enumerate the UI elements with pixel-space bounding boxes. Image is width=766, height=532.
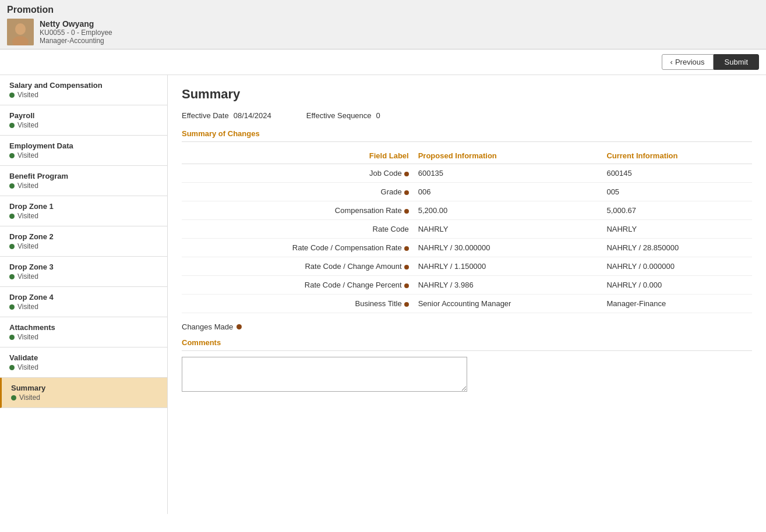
- sidebar-status: Visited: [9, 333, 158, 341]
- sidebar-item-employment[interactable]: Employment Data Visited: [0, 136, 167, 166]
- previous-button[interactable]: ‹ Previous: [662, 54, 714, 70]
- effective-date-value: 08/14/2024: [234, 111, 271, 120]
- sidebar-item-benefit[interactable]: Benefit Program Visited: [0, 166, 167, 196]
- status-dot: [9, 183, 15, 189]
- field-dot: [404, 302, 409, 307]
- field-dot: [404, 209, 409, 214]
- status-dot: [9, 365, 15, 370]
- sidebar-status: Visited: [9, 242, 158, 250]
- col-current: Current Information: [602, 148, 752, 164]
- proposed-cell: NAHRLY / 1.150000: [414, 257, 602, 276]
- changes-made-label: Changes Made: [182, 322, 233, 331]
- table-row: Business Title Senior Accounting Manager…: [182, 295, 752, 313]
- field-label-cell: Rate Code: [182, 220, 414, 239]
- current-cell: NAHRLY / 0.000: [602, 276, 752, 295]
- table-row: Grade 006 005: [182, 183, 752, 201]
- sidebar-item-summary[interactable]: Summary Visited: [0, 378, 167, 408]
- current-cell: Manager-Finance: [602, 295, 752, 313]
- current-cell: 005: [602, 183, 752, 201]
- status-text: Visited: [17, 333, 38, 341]
- table-row: Rate Code / Change Percent NAHRLY / 3.98…: [182, 276, 752, 295]
- status-text: Visited: [17, 121, 38, 129]
- content-wrapper: Summary Effective Date 08/14/2024 Effect…: [168, 75, 766, 514]
- sidebar-item-attachments[interactable]: Attachments Visited: [0, 317, 167, 347]
- status-text: Visited: [19, 393, 40, 402]
- field-dot: [404, 265, 409, 269]
- status-dot: [9, 153, 15, 158]
- status-dot: [11, 395, 16, 400]
- comments-section: Comments: [182, 338, 752, 393]
- table-row: Rate Code NAHRLY NAHRLY: [182, 220, 752, 239]
- proposed-cell: 5,200.00: [414, 201, 602, 220]
- chevron-left-icon: ‹: [670, 58, 673, 66]
- sidebar-label: Drop Zone 3: [9, 263, 158, 271]
- page-title: Promotion: [7, 5, 759, 15]
- svg-point-1: [15, 23, 26, 35]
- sidebar: Salary and Compensation Visited Payroll …: [0, 75, 168, 514]
- action-bar: ‹ Previous Submit: [0, 49, 766, 75]
- field-dot: [404, 246, 409, 251]
- field-dot: [404, 283, 409, 288]
- table-row: Rate Code / Compensation Rate NAHRLY / 3…: [182, 239, 752, 257]
- effective-sequence-value: 0: [376, 111, 380, 120]
- changes-table: Field Label Proposed Information Current…: [182, 148, 752, 313]
- col-field-label: Field Label: [182, 148, 414, 164]
- current-cell: NAHRLY / 28.850000: [602, 239, 752, 257]
- sidebar-item-payroll[interactable]: Payroll Visited: [0, 105, 167, 136]
- field-label-cell: Business Title: [182, 295, 414, 313]
- status-text: Visited: [17, 363, 38, 371]
- summary-of-changes-title: Summary of Changes: [182, 129, 752, 142]
- field-label-cell: Job Code: [182, 164, 414, 183]
- table-row: Compensation Rate 5,200.00 5,000.67: [182, 201, 752, 220]
- button-group: ‹ Previous Submit: [662, 54, 759, 70]
- table-row: Rate Code / Change Amount NAHRLY / 1.150…: [182, 257, 752, 276]
- content-title: Summary: [182, 87, 752, 102]
- sidebar-status: Visited: [9, 91, 158, 99]
- status-dot: [9, 244, 15, 249]
- current-cell: 5,000.67: [602, 201, 752, 220]
- main-layout: Salary and Compensation Visited Payroll …: [0, 75, 766, 514]
- submit-button[interactable]: Submit: [714, 54, 759, 70]
- field-label-cell: Rate Code / Change Percent: [182, 276, 414, 295]
- sidebar-item-salary[interactable]: Salary and Compensation Visited: [0, 75, 167, 105]
- sidebar-item-validate[interactable]: Validate Visited: [0, 347, 167, 378]
- sidebar-item-dropzone1[interactable]: Drop Zone 1 Visited: [0, 196, 167, 226]
- sidebar-status: Visited: [9, 212, 158, 220]
- status-text: Visited: [17, 212, 38, 220]
- status-dot: [9, 123, 15, 128]
- sidebar-label: Payroll: [9, 111, 158, 120]
- sidebar-label: Salary and Compensation: [9, 81, 158, 90]
- status-dot: [9, 274, 15, 279]
- status-dot: [9, 93, 15, 98]
- content-area: Summary Effective Date 08/14/2024 Effect…: [168, 75, 766, 405]
- changes-made-row: Changes Made: [182, 322, 752, 331]
- changes-made-dot: [236, 324, 242, 329]
- current-cell: 600145: [602, 164, 752, 183]
- field-label-cell: Grade: [182, 183, 414, 201]
- sidebar-item-dropzone2[interactable]: Drop Zone 2 Visited: [0, 226, 167, 257]
- sidebar-item-dropzone3[interactable]: Drop Zone 3 Visited: [0, 257, 167, 287]
- status-dot: [9, 214, 15, 219]
- avatar: [7, 19, 34, 45]
- proposed-cell: NAHRLY: [414, 220, 602, 239]
- sidebar-status: Visited: [9, 272, 158, 281]
- status-text: Visited: [17, 303, 38, 311]
- comments-title: Comments: [182, 338, 752, 351]
- comments-textarea[interactable]: [182, 357, 467, 392]
- sidebar-status: Visited: [9, 363, 158, 371]
- effective-date-label: Effective Date: [182, 111, 229, 120]
- status-text: Visited: [17, 151, 38, 159]
- proposed-cell: 600135: [414, 164, 602, 183]
- proposed-cell: 006: [414, 183, 602, 201]
- field-label-cell: Rate Code / Change Amount: [182, 257, 414, 276]
- sidebar-item-dropzone4[interactable]: Drop Zone 4 Visited: [0, 287, 167, 317]
- meta-row: Effective Date 08/14/2024 Effective Sequ…: [182, 111, 752, 120]
- proposed-cell: Senior Accounting Manager: [414, 295, 602, 313]
- field-dot: [404, 172, 409, 176]
- effective-sequence-label: Effective Sequence: [306, 111, 372, 120]
- status-dot: [9, 304, 15, 310]
- sidebar-label: Drop Zone 2: [9, 232, 158, 241]
- sidebar-status: Visited: [9, 121, 158, 129]
- current-cell: NAHRLY / 0.000000: [602, 257, 752, 276]
- sidebar-label: Validate: [9, 353, 158, 362]
